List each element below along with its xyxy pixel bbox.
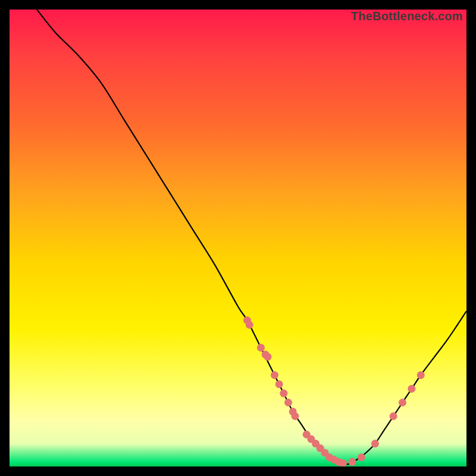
data-point — [292, 412, 299, 420]
chart-svg — [10, 10, 466, 466]
bottleneck-curve — [37, 10, 466, 464]
data-point — [280, 390, 287, 397]
data-point — [271, 371, 278, 379]
data-point — [358, 453, 365, 461]
data-point — [371, 440, 379, 447]
data-point — [390, 412, 397, 420]
data-point — [257, 344, 265, 352]
data-point — [417, 371, 425, 379]
data-point — [275, 380, 283, 388]
data-point — [264, 353, 271, 361]
data-point — [349, 458, 356, 466]
data-point — [246, 321, 253, 328]
data-point — [399, 399, 406, 406]
data-point — [408, 385, 415, 393]
chart-container: TheBottleneck.com — [0, 0, 476, 476]
chart-plot-area: TheBottleneck.com — [10, 10, 466, 466]
data-point — [284, 399, 292, 406]
